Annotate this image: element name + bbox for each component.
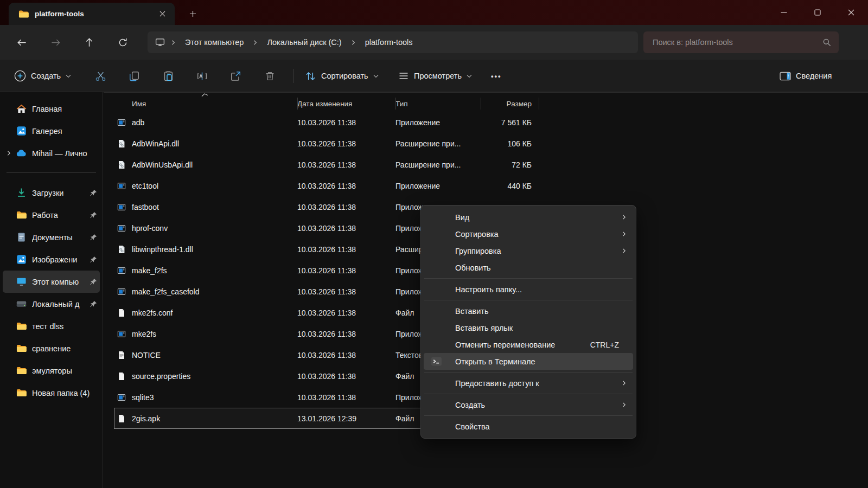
sidebar-item-10[interactable]: тест dlss [3, 315, 100, 337]
up-button[interactable] [77, 30, 101, 54]
folder-icon [18, 10, 29, 18]
pin-icon [90, 189, 98, 197]
navigation-bar: Этот компьютерЛокальный диск (C:)platfor… [0, 25, 868, 60]
new-tab-button[interactable] [185, 6, 200, 21]
menu-item-10[interactable]: Открыть в Терминале [424, 353, 633, 370]
submenu-chevron-icon [622, 248, 628, 254]
menu-item-8[interactable]: Вставить ярлык [424, 319, 633, 336]
menu-divider [424, 278, 633, 279]
file-row-2[interactable]: AdbWinUsbApi.dll 10.03.2026 11:38 Расшир… [114, 154, 539, 175]
file-date: 10.03.2026 11:38 [297, 351, 395, 359]
file-date: 10.03.2026 11:38 [297, 309, 395, 317]
share-button[interactable] [224, 64, 247, 88]
minimize-button[interactable] [767, 0, 801, 25]
cut-button[interactable] [88, 64, 112, 88]
paste-button[interactable] [156, 64, 180, 88]
copy-button[interactable] [122, 64, 146, 88]
sidebar-item-13[interactable]: Новая папка (4) [3, 382, 100, 404]
back-button[interactable] [10, 30, 34, 54]
view-button[interactable]: Просмотреть [398, 60, 472, 92]
menu-item-9[interactable]: Отменить переименование CTRL+Z [424, 336, 633, 353]
sidebar-item-1[interactable]: Галерея [3, 120, 100, 142]
column-divider[interactable] [297, 98, 298, 110]
toolbar-divider [293, 69, 294, 83]
file-row-1[interactable]: AdbWinApi.dll 10.03.2026 11:38 Расширени… [114, 133, 539, 154]
file-row-3[interactable]: etc1tool 10.03.2026 11:38 Приложение 440… [114, 175, 539, 196]
menu-item-16[interactable]: Свойства [424, 418, 633, 435]
menu-item-5[interactable]: Настроить папку... [424, 281, 633, 298]
more-options-button[interactable]: ••• [491, 60, 502, 92]
file-size: 440 КБ [481, 182, 539, 190]
breadcrumb-segment-2[interactable]: platform-tools [362, 38, 416, 47]
column-header-0[interactable]: Имя [114, 100, 297, 108]
menu-item-label: Обновить [455, 264, 628, 272]
sidebar-item-label: сравнение [32, 344, 100, 353]
sidebar-item-6[interactable]: Документы [3, 226, 100, 248]
column-header-2[interactable]: Тип [395, 100, 481, 108]
dll-file-icon [117, 245, 126, 254]
dll-file-icon [117, 160, 126, 169]
pin-icon [90, 278, 98, 286]
search-input[interactable]: Поиск в: platform-tools [643, 31, 839, 53]
delete-button[interactable] [258, 64, 282, 88]
menu-item-14[interactable]: Создать [424, 396, 633, 413]
details-button[interactable]: Сведения [780, 60, 832, 92]
tab-title: platform-tools [35, 10, 155, 18]
gallery-icon [16, 126, 27, 136]
file-name: mke2fs [132, 330, 156, 338]
column-divider[interactable] [395, 98, 396, 110]
ellipsis-icon: ••• [491, 72, 502, 80]
tab-close-icon[interactable] [155, 7, 169, 21]
new-button[interactable]: Создать [14, 60, 71, 92]
file-name: hprof-conv [132, 224, 168, 233]
column-divider[interactable] [539, 98, 539, 110]
menu-item-12[interactable]: Предоставить доступ к [424, 375, 633, 391]
menu-item-2[interactable]: Группировка [424, 242, 633, 259]
column-divider[interactable] [481, 98, 481, 110]
sidebar-item-0[interactable]: Главная [3, 98, 100, 120]
active-tab[interactable]: platform-tools [9, 3, 175, 25]
forward-button[interactable] [43, 30, 67, 54]
file-date: 13.01.2026 12:39 [297, 414, 395, 423]
menu-item-label: Свойства [455, 422, 628, 431]
file-date: 10.03.2026 11:38 [297, 160, 395, 169]
menu-item-label: Вид [455, 213, 622, 222]
breadcrumb-segment-1[interactable]: Локальный диск (C:) [264, 38, 344, 47]
file-name: NOTICE [132, 351, 161, 359]
file-explorer-window: platform-tools Этот компьютерЛокальный д… [0, 0, 868, 488]
pin-icon [90, 234, 98, 241]
chevron-right-icon [171, 40, 175, 46]
textfile-file-icon [117, 351, 126, 359]
breadcrumb-segment-0[interactable]: Этот компьютер [182, 38, 247, 47]
sidebar-item-9[interactable]: Локальный д [3, 293, 100, 315]
rename-button[interactable] [190, 64, 214, 88]
sidebar-item-7[interactable]: Изображени [3, 248, 100, 271]
expand-chevron-icon[interactable] [7, 150, 16, 156]
column-header-3[interactable]: Размер [481, 100, 539, 108]
sidebar-item-4[interactable]: Загрузки [3, 182, 100, 204]
refresh-button[interactable] [111, 30, 135, 54]
column-header-1[interactable]: Дата изменения [297, 100, 395, 108]
sidebar-item-2[interactable]: Mihail — Лично [3, 142, 100, 164]
sidebar-item-5[interactable]: Работа [3, 204, 100, 226]
sidebar-item-label: Работа [32, 211, 90, 220]
menu-item-7[interactable]: Вставить [424, 303, 633, 319]
onedrive-icon [16, 148, 27, 158]
forward-icon [50, 37, 61, 48]
menu-divider [424, 372, 633, 373]
menu-divider [424, 300, 633, 300]
menu-item-3[interactable]: Обновить [424, 259, 633, 276]
menu-item-0[interactable]: Вид [424, 209, 633, 226]
file-date: 10.03.2026 11:38 [297, 182, 395, 190]
sidebar-item-8[interactable]: Этот компью [3, 271, 100, 293]
sidebar-item-11[interactable]: сравнение [3, 337, 100, 359]
file-row-0[interactable]: adb 10.03.2026 11:38 Приложение 7 561 КБ [114, 112, 539, 133]
menu-item-1[interactable]: Сортировка [424, 226, 633, 242]
maximize-button[interactable] [801, 0, 834, 25]
close-button[interactable] [834, 0, 868, 25]
chevron-down-icon [373, 74, 379, 78]
file-file-icon [117, 309, 126, 317]
sort-button[interactable]: Сортировать [305, 60, 379, 92]
sidebar-item-12[interactable]: эмуляторы [3, 359, 100, 382]
maximize-icon [814, 9, 821, 16]
